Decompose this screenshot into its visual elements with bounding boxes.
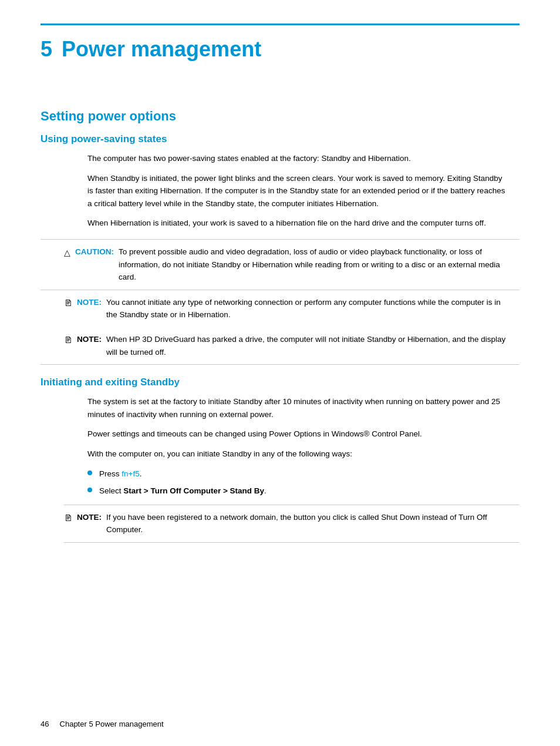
bullet-2-pre: Select [99, 486, 123, 495]
note-1-text: You cannot initiate any type of networki… [106, 296, 508, 321]
note-1-label: NOTE: [77, 296, 102, 309]
standby-para-3: With the computer on, you can initiate S… [41, 448, 519, 461]
bullet-1-text: Press fn+f5. [99, 468, 141, 480]
bullet-dot-1 [87, 471, 92, 475]
bullet-2-text: Select Start > Turn Off Computer > Stand… [99, 485, 266, 498]
chapter-number: 5 [41, 37, 52, 62]
bullet-1-pre: Press [99, 469, 122, 478]
caution-box: △ CAUTION: To prevent possible audio and… [41, 239, 519, 290]
subsection2-heading: Initiating and exiting Standby [41, 377, 519, 388]
note-icon-3: 🖹 [64, 512, 72, 525]
standby-bullet-list: Press fn+f5. Select Start > Turn Off Com… [41, 468, 519, 498]
footer-text: Chapter 5 Power management [60, 720, 164, 728]
bullet-item-1: Press fn+f5. [87, 468, 519, 480]
note-1-box: 🖹 NOTE: You cannot initiate any type of … [41, 290, 519, 327]
chapter-heading: 5 Power management [41, 37, 519, 62]
note-2-label: NOTE: [77, 333, 102, 346]
fn-f5-link[interactable]: fn+f5 [122, 469, 139, 478]
paragraph-2: When Standby is initiated, the power lig… [41, 172, 519, 210]
chapter-title: Power management [62, 37, 261, 62]
bullet-2-post: . [264, 486, 266, 495]
caution-triangle-icon: △ [64, 246, 70, 259]
note-icon-1: 🖹 [64, 297, 72, 310]
bullet-1-post: . [140, 469, 142, 478]
caution-text: To prevent possible audio and video degr… [119, 246, 508, 284]
note-2-box: 🖹 NOTE: When HP 3D DriveGuard has parked… [41, 327, 519, 365]
bullet-2-bold: Start > Turn Off Computer > Stand By [123, 486, 264, 495]
caution-label: CAUTION: [75, 246, 114, 258]
section-heading: Setting power options [41, 109, 519, 124]
note-icon-2: 🖹 [64, 334, 72, 347]
top-divider [41, 23, 519, 25]
paragraph-1: The computer has two power-saving states… [41, 152, 519, 165]
bullet-dot-2 [87, 488, 92, 492]
note-2-text: When HP 3D DriveGuard has parked a drive… [106, 333, 508, 358]
subsection1-heading: Using power-saving states [41, 133, 519, 145]
note-3-box: 🖹 NOTE: If you have been registered to a… [64, 505, 519, 543]
paragraph-3: When Hibernation is initiated, your work… [41, 217, 519, 230]
bullet-item-2: Select Start > Turn Off Computer > Stand… [87, 485, 519, 498]
page-footer: 46 Chapter 5 Power management [41, 720, 164, 728]
note-3-label: NOTE: [77, 511, 102, 524]
subsection2-container: Initiating and exiting Standby The syste… [41, 377, 519, 543]
standby-para-1: The system is set at the factory to init… [41, 395, 519, 421]
note-3-text: If you have been registered to a network… [106, 511, 508, 536]
standby-para-2: Power settings and timeouts can be chang… [41, 428, 519, 441]
footer-page-number: 46 [41, 720, 49, 728]
